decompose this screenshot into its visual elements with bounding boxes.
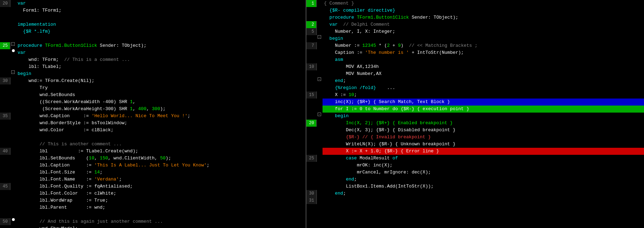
code-line: 31	[306, 197, 644, 204]
line-content: // And this is again just another commen…	[16, 218, 306, 225]
code-line: lbl.Font.Name := 'Verdana';	[0, 176, 306, 183]
code-line: 45 lbl.Font.Quality := fqAntialiased;	[0, 183, 306, 190]
line-content: procedure TForm1.Button1Click(Sender: TO…	[16, 42, 306, 49]
line-content: Dec(X, 3); {$R-} { Disabled breakpoint }	[323, 127, 644, 134]
code-line: WriteLN(X); {$R-} { Unknown breakpoint }	[306, 141, 644, 148]
line-content: wnd.BorderStyle := bsToolWindow;	[16, 120, 306, 127]
code-line	[0, 35, 306, 42]
line-marker: -	[11, 42, 16, 46]
line-content: wnd.Caption := 'Hello World... Nice To M…	[16, 113, 306, 120]
code-line: mrOK: inc(X);	[306, 162, 644, 169]
breakpoint-dot	[12, 49, 15, 52]
line-content: var // Delphi Comment	[323, 21, 644, 28]
line-content: Form1: TForm1;	[16, 7, 306, 14]
line-content: mrCancel, mrIgnore: dec(X);	[323, 169, 644, 176]
code-line: Caption := 'The number is ' + IntToStr(N…	[306, 49, 644, 56]
collapse-marker[interactable]: -	[11, 42, 15, 46]
line-number: 15	[306, 91, 317, 99]
code-line: {$R- compiler directive}	[306, 7, 644, 14]
code-line: (Screen.WorkAreaHeight-300) SHR 1, 400, …	[0, 106, 306, 113]
line-content: MOV AX,1234h	[323, 63, 644, 70]
left-code-area[interactable]: 20var Form1: TForm1;implementation {$R *…	[0, 0, 306, 228]
line-content: {$R- compiler directive}	[323, 7, 644, 14]
code-line: mrCancel, mrIgnore: dec(X);	[306, 169, 644, 176]
code-line: implementation	[0, 21, 306, 28]
code-line: - begin	[306, 113, 644, 120]
line-content: begin	[16, 70, 306, 77]
line-number: 30	[306, 190, 317, 197]
code-line: for I := 0 to Number do {$R-} { executio…	[306, 106, 644, 113]
code-line: {$R *.lfm}	[0, 28, 306, 35]
line-content: lbl.WordWrap := True;	[16, 197, 306, 204]
line-content: WriteLN(X); {$R-} { Unknown breakpoint }	[323, 141, 644, 148]
code-line: MOV Number,AX	[306, 70, 644, 77]
line-content: end;	[323, 176, 644, 183]
code-line: -begin	[0, 70, 306, 77]
code-line: asm	[306, 56, 644, 63]
line-content: lbl.Font.Name := 'Verdana';	[16, 176, 306, 183]
code-line: 1{ Comment }	[306, 0, 644, 7]
line-number: 7	[306, 42, 317, 49]
line-content: lbl: TLabel;	[16, 63, 306, 70]
code-line: 30 wnd:= TForm.Create(Nil);	[0, 77, 306, 84]
line-content: wnd.Color := clBlack;	[16, 127, 306, 134]
right-code-area[interactable]: 1{ Comment } {$R- compiler directive} pr…	[306, 0, 644, 228]
code-line: lbl.SetBounds (10, 150, wnd.ClientWidth,…	[0, 155, 306, 162]
line-content: wnd.ShowModal;	[16, 225, 306, 228]
code-line: X := X + 1.0; {$R-} { Error line }	[306, 148, 644, 155]
collapse-marker[interactable]: -	[318, 77, 321, 81]
line-number: 40	[0, 148, 11, 155]
line-content: Try	[16, 84, 306, 91]
code-line: - begin	[306, 35, 644, 42]
line-content: {$R-} // { Invalid breakpoint }	[323, 134, 644, 141]
line-content: {%region /fold} ...	[323, 84, 644, 91]
code-line: 5 Number, I, X: Integer;	[306, 28, 644, 35]
code-line: - end;	[306, 77, 644, 84]
line-content: case ModalResult of	[323, 155, 644, 162]
line-content: ((Screen.WorkAreaWidth -400) SHR 1,	[16, 99, 306, 106]
line-number: 25	[0, 42, 11, 49]
code-line: wnd: TForm; // This is a comment ...	[0, 56, 306, 63]
code-line: lbl.Caption := 'This Is A Label... Just …	[0, 162, 306, 169]
code-line: 35 wnd.Caption := 'Hello World... Nice T…	[0, 113, 306, 120]
collapse-marker[interactable]: -	[11, 70, 15, 74]
code-line: procedure TForm1.Button1Click(Sender: TO…	[306, 14, 644, 21]
line-content: {$R *.lfm}	[16, 28, 306, 35]
code-line: lbl.WordWrap := True;	[0, 197, 306, 204]
code-line: Try	[0, 84, 306, 91]
code-line: wnd.ShowModal;	[0, 225, 306, 228]
code-line: end;	[306, 176, 644, 183]
line-content: wnd.SetBounds	[16, 91, 306, 99]
line-content: X := 10;	[323, 91, 644, 99]
line-content: begin	[323, 113, 644, 120]
line-content: begin	[323, 35, 644, 42]
line-number: 1	[306, 0, 317, 7]
code-line: ((Screen.WorkAreaWidth -400) SHR 1,	[0, 99, 306, 106]
code-line: lbl: TLabel;	[0, 63, 306, 70]
line-content: mrOK: inc(X);	[323, 162, 644, 169]
line-marker: -	[11, 70, 16, 74]
code-line: 20 Inc(X, 2); {$R+} { Enabled breakpoint…	[306, 120, 644, 127]
line-number: 25	[306, 155, 317, 162]
code-line: wnd.BorderStyle := bsToolWindow;	[0, 120, 306, 127]
code-line: wnd.SetBounds	[0, 91, 306, 99]
line-content: var	[16, 49, 306, 56]
line-content: X := X + 1.0; {$R-} { Error line }	[323, 148, 644, 155]
code-line: lbl.Font.Size := 14;	[0, 169, 306, 176]
line-content: ListBox1.Items.Add(IntToStr(X));	[323, 183, 644, 190]
line-content: end;	[323, 77, 644, 84]
line-content: (Screen.WorkAreaHeight-300) SHR 1, 400, …	[16, 106, 306, 113]
line-number: 20	[306, 120, 317, 127]
code-line: wnd.Color := clBlack;	[0, 127, 306, 134]
collapse-marker[interactable]: -	[318, 35, 321, 39]
line-content: { Comment }	[323, 0, 644, 7]
line-content: asm	[323, 56, 644, 63]
line-content: wnd: TForm; // This is a comment ...	[16, 56, 306, 63]
code-line: lbl.Font.Color := clWhite;	[0, 190, 306, 197]
collapse-marker[interactable]: -	[318, 113, 321, 116]
code-line: 50 // And this is again just another com…	[0, 218, 306, 225]
code-line: 15 X := 10;	[306, 91, 644, 99]
line-number: 31	[306, 197, 317, 204]
line-content: lbl.Parent := wnd;	[16, 204, 306, 211]
line-marker	[11, 218, 16, 221]
